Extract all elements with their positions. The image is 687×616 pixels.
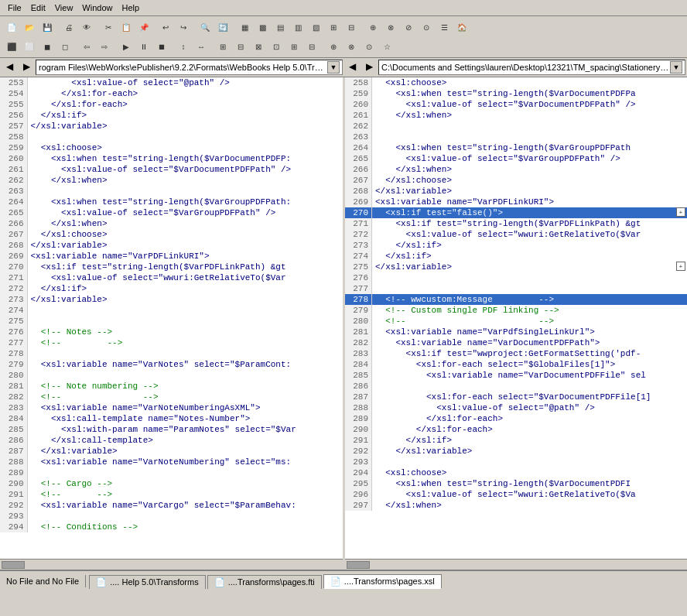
tb2-b1[interactable]: ⬛ (3, 38, 20, 55)
tb-b3[interactable]: ▤ (272, 19, 289, 36)
nav-right2[interactable]: ▶ (361, 59, 378, 74)
line-code[interactable]: <xsl:when test="string-length($VarGroupP… (372, 142, 688, 153)
line-code[interactable]: </xsl:if> (372, 435, 688, 446)
line-code[interactable]: <xsl:for-each select="$GlobalFiles[1]"> (372, 359, 688, 370)
paste-button[interactable]: 📌 (135, 19, 152, 36)
left-path-btn[interactable]: ▼ (327, 61, 340, 74)
tb2-b7[interactable]: ▶ (118, 38, 135, 55)
line-code[interactable] (372, 132, 688, 142)
line-code[interactable]: </xsl:when> (372, 500, 688, 511)
line-code[interactable]: </xsl:when> (27, 218, 343, 229)
line-code[interactable]: </xsl:choose> (372, 175, 688, 186)
editor-tab[interactable]: 📄....Transforms\pages.fti (207, 575, 322, 589)
tb2-b16[interactable]: ⊞ (285, 38, 302, 55)
line-code[interactable]: <xsl:value-of select="wwuri:GetRelativeT… (372, 229, 688, 240)
line-code[interactable]: </xsl:variable> (27, 240, 343, 251)
line-code[interactable] (27, 511, 343, 522)
menu-window[interactable]: Window (77, 2, 117, 14)
left-scrollbar-h[interactable] (0, 559, 343, 570)
line-code[interactable] (27, 305, 343, 316)
line-code[interactable]: <xsl:variable name="VarPDFLinkURI"> (27, 251, 343, 262)
line-code[interactable]: <xsl:variable name="VarCargo" select="$P… (27, 500, 343, 511)
menu-file[interactable]: File (3, 2, 26, 14)
tb-b10[interactable]: ⊘ (400, 19, 417, 36)
tb-b12[interactable]: ☰ (436, 19, 453, 36)
left-code-scroll[interactable]: 253 <xsl:value-of select="@path" />254 <… (0, 77, 343, 559)
tb-b5[interactable]: ▧ (307, 19, 324, 36)
tb-b6[interactable]: ⊞ (325, 19, 342, 36)
line-code[interactable]: <!-- --> (27, 337, 343, 348)
nav-left2[interactable]: ◀ (344, 59, 361, 74)
line-code[interactable]: <xsl:variable name="VarDocumentPDFFile" … (372, 370, 688, 381)
tb-b9[interactable]: ⊗ (382, 19, 399, 36)
line-code[interactable]: </xsl:for-each> (27, 99, 343, 110)
redo-button[interactable]: ↪ (175, 19, 192, 36)
find-button[interactable]: 🔍 (197, 19, 214, 36)
tb2-b10[interactable]: ↕ (175, 38, 192, 55)
line-code[interactable]: <xsl:when test="string-length($VarGroupP… (27, 197, 343, 207)
editor-tab[interactable]: 📄.... Help 5.0\Transforms (89, 575, 206, 589)
tb-b11[interactable]: ⊙ (418, 19, 435, 36)
line-code[interactable]: <xsl:value-of select="@path" /> (27, 77, 343, 88)
line-code[interactable] (27, 348, 343, 359)
tb2-b4[interactable]: ◻ (56, 38, 73, 55)
line-code[interactable]: </xsl:when> (372, 110, 688, 121)
preview-button[interactable]: 👁 (78, 19, 95, 36)
expand-button[interactable]: + (676, 207, 685, 217)
line-code[interactable]: <xsl:when test="string-length($VarDocume… (27, 153, 343, 164)
line-code[interactable]: <!-- --> (27, 392, 343, 402)
menu-edit[interactable]: Edit (26, 2, 50, 14)
line-code[interactable]: <!-- --> (372, 316, 688, 327)
line-code[interactable]: </xsl:for-each> (372, 424, 688, 435)
replace-button[interactable]: 🔄 (214, 19, 231, 36)
tb2-b12[interactable]: ⊞ (214, 38, 231, 55)
nav-left[interactable]: ◀ (1, 59, 18, 74)
line-code[interactable] (372, 381, 688, 392)
line-code[interactable]: <xsl:call-template name="Notes-Number"> (27, 413, 343, 424)
tb-b8[interactable]: ⊕ (364, 19, 381, 36)
line-code[interactable]: <xsl:choose> (372, 467, 688, 478)
line-code[interactable]: <xsl:value-of select="$VarDocumentPDFPat… (372, 99, 688, 110)
line-code[interactable]: <xsl:value-of select="$VarGroupPDFPath" … (27, 207, 343, 218)
line-code[interactable]: <xsl:for-each select="$VarDocumentPDFFil… (372, 392, 688, 402)
line-code[interactable]: </xsl:variable> (27, 294, 343, 305)
save-button[interactable]: 💾 (39, 19, 56, 36)
line-code[interactable]: </xsl:when> (372, 164, 688, 175)
line-code[interactable]: </xsl:variable> (372, 186, 688, 197)
line-code[interactable]: <!-- Custom single PDF linking --> (372, 305, 688, 316)
line-code[interactable]: <!-- Conditions --> (27, 522, 343, 532)
line-code[interactable]: </xsl:for-each> (372, 413, 688, 424)
line-code[interactable] (372, 457, 688, 467)
line-code[interactable]: <xsl:variable name="VarNoteNumberingAsXM… (27, 402, 343, 413)
menu-view[interactable]: View (50, 2, 78, 14)
line-code[interactable] (27, 316, 343, 327)
line-code[interactable]: <!-- wwcustom:Message --> (372, 294, 688, 305)
line-code[interactable]: <xsl:if test="string-length($VarPDFLinkP… (27, 262, 343, 272)
line-code[interactable]: </xsl:if> (27, 283, 343, 294)
tb2-b9[interactable]: ⏹ (153, 38, 170, 55)
right-code-scroll[interactable]: 258 <xsl:choose>259 <xsl:when test="stri… (345, 77, 688, 559)
line-code[interactable]: <xsl:when test="string-length($VarDocume… (372, 88, 688, 99)
tb2-b5[interactable]: ⇦ (78, 38, 95, 55)
line-code[interactable]: <xsl:value-of select="$VarDocumentPDFPat… (27, 164, 343, 175)
tb2-b20[interactable]: ⊙ (361, 38, 378, 55)
tb-b7[interactable]: ⊟ (343, 19, 360, 36)
tb2-b14[interactable]: ⊠ (250, 38, 267, 55)
tb2-b11[interactable]: ↔ (193, 38, 210, 55)
line-code[interactable] (27, 132, 343, 142)
tb2-b19[interactable]: ⊗ (343, 38, 360, 55)
right-path-btn[interactable]: ▼ (670, 61, 682, 74)
line-code[interactable]: </xsl:choose> (27, 229, 343, 240)
line-code[interactable]: <xsl:with-param name="ParamNotes" select… (27, 424, 343, 435)
right-scrollbar-h[interactable] (345, 559, 688, 570)
line-code[interactable]: </xsl:if> (372, 240, 688, 251)
left-scrollbar-thumb[interactable] (2, 561, 25, 569)
tb2-b17[interactable]: ⊟ (303, 38, 320, 55)
line-code[interactable] (27, 186, 343, 197)
line-code[interactable] (27, 467, 343, 478)
line-code[interactable]: <xsl:if test="false()">+ (372, 207, 688, 218)
line-code[interactable]: </xsl:variable> (27, 121, 343, 132)
line-code[interactable]: <xsl:value-of select="@path" /> (372, 402, 688, 413)
tb2-b6[interactable]: ⇨ (96, 38, 113, 55)
line-code[interactable]: <xsl:variable name="VarNoteNumbering" se… (27, 457, 343, 467)
